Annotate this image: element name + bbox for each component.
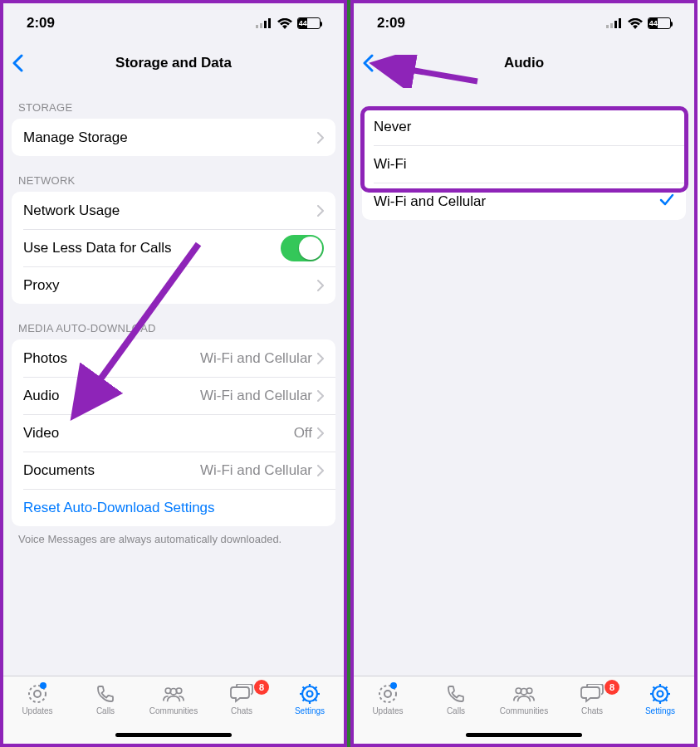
chevron-right-icon xyxy=(317,132,324,144)
back-button[interactable] xyxy=(12,54,23,72)
tab-settings[interactable]: Settings xyxy=(626,683,694,744)
checkmark-icon xyxy=(659,192,674,211)
toggle-switch[interactable] xyxy=(281,235,324,261)
row-label: Use Less Data for Calls xyxy=(23,240,281,256)
gear-icon xyxy=(649,683,672,705)
svg-point-5 xyxy=(34,691,41,697)
cellular-icon xyxy=(256,18,272,28)
svg-point-25 xyxy=(384,691,391,697)
page-title: Storage and Data xyxy=(115,55,232,71)
row-option-wifi-cellular[interactable]: Wi-Fi and Cellular xyxy=(362,183,686,220)
content-left[interactable]: STORAGE Manage Storage NETWORK Network U… xyxy=(3,83,344,676)
row-label: Manage Storage xyxy=(23,129,317,146)
home-indicator[interactable] xyxy=(466,733,582,737)
section-header-network: NETWORK xyxy=(3,156,344,192)
footnote-media: Voice Messages are always automatically … xyxy=(3,526,344,545)
row-reset-auto-download[interactable]: Reset Auto-Download Settings xyxy=(12,489,335,526)
chevron-left-icon xyxy=(362,54,374,72)
chevron-right-icon xyxy=(317,280,324,291)
status-right: 44 xyxy=(256,17,321,29)
section-header-storage: STORAGE xyxy=(3,83,344,119)
row-documents[interactable]: Documents Wi-Fi and Cellular xyxy=(12,452,335,489)
tab-updates[interactable]: Updates xyxy=(354,683,422,744)
tab-updates[interactable]: Updates xyxy=(3,683,71,744)
status-bar: 2:09 44 xyxy=(354,3,694,43)
tab-label: Updates xyxy=(372,706,403,715)
row-value: Off xyxy=(294,425,312,442)
row-label: Never xyxy=(374,119,674,135)
home-indicator[interactable] xyxy=(115,733,232,737)
row-label: Photos xyxy=(23,350,200,367)
notification-dot-icon xyxy=(40,682,47,689)
cellular-icon xyxy=(606,18,623,28)
status-bar: 2:09 44 xyxy=(3,3,344,43)
row-photos[interactable]: Photos Wi-Fi and Cellular xyxy=(12,339,335,377)
tab-label: Chats xyxy=(231,706,252,715)
communities-icon xyxy=(162,683,185,705)
chevron-right-icon xyxy=(317,465,324,476)
wifi-icon xyxy=(628,18,643,29)
row-network-usage[interactable]: Network Usage xyxy=(12,192,335,229)
row-option-never[interactable]: Never xyxy=(362,108,686,145)
row-manage-storage[interactable]: Manage Storage xyxy=(12,119,335,156)
status-time: 2:09 xyxy=(377,15,405,32)
tab-label: Settings xyxy=(645,706,675,715)
row-value: Wi-Fi and Cellular xyxy=(200,388,312,404)
group-network: Network Usage Use Less Data for Calls Pr… xyxy=(12,192,335,304)
badge: 8 xyxy=(254,680,269,695)
chevron-left-icon xyxy=(12,54,23,72)
group-audio-options: Never Wi-Fi Wi-Fi and Cellular xyxy=(362,108,686,220)
group-storage: Manage Storage xyxy=(12,119,335,156)
tab-label: Chats xyxy=(581,706,603,715)
chevron-right-icon xyxy=(317,353,324,364)
battery-icon: 44 xyxy=(648,17,671,29)
tab-label: Settings xyxy=(295,706,325,715)
nav-header-left: Storage and Data xyxy=(3,43,344,83)
updates-icon xyxy=(26,683,49,705)
tab-settings[interactable]: Settings xyxy=(276,683,344,744)
row-value: Wi-Fi and Cellular xyxy=(200,462,312,479)
row-link-label: Reset Auto-Download Settings xyxy=(23,500,324,516)
communities-icon xyxy=(512,683,536,705)
tab-label: Updates xyxy=(22,706,52,715)
row-value: Wi-Fi and Cellular xyxy=(200,350,312,367)
updates-icon xyxy=(376,683,399,705)
row-label: Wi-Fi xyxy=(374,156,674,173)
svg-rect-2 xyxy=(264,21,267,28)
tab-label: Calls xyxy=(96,706,115,715)
section-header-media: MEDIA AUTO-DOWNLOAD xyxy=(3,304,344,339)
badge: 8 xyxy=(605,680,619,695)
row-audio[interactable]: Audio Wi-Fi and Cellular xyxy=(12,377,335,414)
svg-rect-23 xyxy=(619,18,621,28)
svg-rect-1 xyxy=(260,23,262,28)
row-video[interactable]: Video Off xyxy=(12,414,335,452)
row-label: Network Usage xyxy=(23,203,317,219)
chats-icon xyxy=(230,683,253,705)
chats-icon xyxy=(580,683,604,705)
back-button[interactable] xyxy=(362,54,374,72)
row-less-data[interactable]: Use Less Data for Calls xyxy=(12,229,335,266)
row-label: Documents xyxy=(23,462,200,479)
phone-icon xyxy=(94,683,117,705)
svg-rect-20 xyxy=(606,25,609,28)
row-proxy[interactable]: Proxy xyxy=(12,266,335,304)
tab-label: Calls xyxy=(447,706,465,715)
row-option-wifi[interactable]: Wi-Fi xyxy=(362,145,686,183)
tab-label: Communities xyxy=(149,706,198,715)
notification-dot-icon xyxy=(390,682,397,689)
phone-left: 2:09 44 Storage and Data STORAGE Manage … xyxy=(0,0,347,747)
chevron-right-icon xyxy=(317,205,324,217)
gear-icon xyxy=(298,683,321,705)
svg-rect-0 xyxy=(256,25,258,28)
group-media: Photos Wi-Fi and Cellular Audio Wi-Fi an… xyxy=(12,339,335,526)
battery-level: 44 xyxy=(298,18,307,28)
row-label: Audio xyxy=(23,388,200,404)
phone-right: 2:09 44 Audio Never Wi-F xyxy=(350,0,698,747)
svg-rect-3 xyxy=(268,18,271,28)
row-label: Wi-Fi and Cellular xyxy=(374,193,659,210)
svg-rect-22 xyxy=(614,21,617,28)
svg-rect-21 xyxy=(610,23,613,28)
svg-point-30 xyxy=(658,691,663,697)
row-label: Proxy xyxy=(23,277,317,294)
content-right[interactable]: Never Wi-Fi Wi-Fi and Cellular xyxy=(354,83,694,676)
